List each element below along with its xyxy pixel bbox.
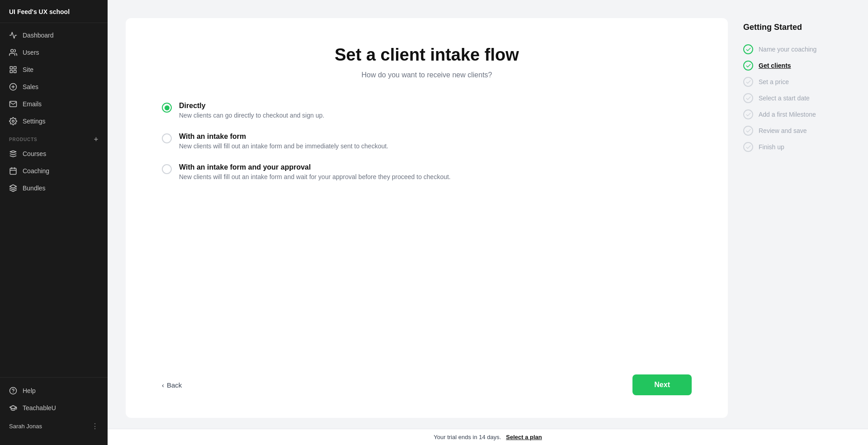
gs-label-first-milestone: Add a first Milestone <box>759 111 816 118</box>
option-directly-label: Directly <box>179 102 324 110</box>
sidebar-item-settings-label: Settings <box>23 118 46 125</box>
trial-text: Your trial ends in 14 days. <box>434 434 501 440</box>
option-directly-desc: New clients can go directly to checkout … <box>179 112 324 119</box>
wizard-footer: ‹ Back Next <box>162 374 692 395</box>
option-directly[interactable]: Directly New clients can go directly to … <box>162 102 692 119</box>
brand-logo: UI Feed's UX school <box>0 0 108 23</box>
sidebar-item-site[interactable]: Site <box>0 61 108 78</box>
gear-icon <box>9 117 17 125</box>
sidebar-item-coaching[interactable]: Coaching <box>0 162 108 180</box>
sidebar-item-dashboard-label: Dashboard <box>23 32 54 39</box>
content-area: Set a client intake flow How do you want… <box>108 0 868 445</box>
gs-step-get-clients[interactable]: Get clients <box>741 57 850 74</box>
wizard-card: Set a client intake flow How do you want… <box>126 18 728 418</box>
radio-intake-form[interactable] <box>162 133 172 143</box>
getting-started-panel: Getting Started Name your coaching Get c… <box>741 18 850 418</box>
sidebar-item-courses-label: Courses <box>23 150 46 157</box>
gs-check-set-price <box>743 77 753 87</box>
sidebar-item-emails[interactable]: Emails <box>0 95 108 113</box>
gs-check-first-milestone <box>743 109 753 119</box>
gs-check-finish-up <box>743 142 753 152</box>
radio-intake-approval[interactable] <box>162 164 172 174</box>
sidebar-item-help[interactable]: Help <box>0 382 108 399</box>
gs-step-first-milestone[interactable]: Add a first Milestone <box>741 106 850 123</box>
main-content: Set a client intake flow How do you want… <box>108 0 868 445</box>
user-menu-icon[interactable]: ⋮ <box>91 422 99 431</box>
getting-started-title: Getting Started <box>741 23 850 32</box>
gs-label-set-price: Set a price <box>759 78 789 85</box>
gs-label-start-date: Select a start date <box>759 95 810 102</box>
user-name: Sarah Jonas <box>9 423 42 430</box>
svg-rect-4 <box>10 71 12 73</box>
sidebar-item-teachableu-label: TeachableU <box>23 404 56 412</box>
sidebar-item-emails-label: Emails <box>23 100 42 108</box>
option-intake-approval-desc: New clients will fill out an intake form… <box>179 173 451 180</box>
wizard-title: Set a client intake flow <box>162 45 692 65</box>
calendar-icon <box>9 167 17 175</box>
grid-icon <box>9 66 17 74</box>
products-section-label: PRODUCTS + <box>0 130 108 145</box>
option-intake-approval-text: With an intake form and your approval Ne… <box>179 163 451 180</box>
svg-rect-2 <box>14 66 16 69</box>
radio-directly[interactable] <box>162 103 172 113</box>
radio-directly-inner <box>165 105 170 110</box>
sidebar-item-teachableu[interactable]: TeachableU <box>0 399 108 417</box>
sidebar-item-sales[interactable]: Sales <box>0 78 108 95</box>
option-intake-form[interactable]: With an intake form New clients will fil… <box>162 133 692 150</box>
select-plan-link[interactable]: Select a plan <box>506 434 542 440</box>
back-chevron-icon: ‹ <box>162 381 164 389</box>
sidebar: UI Feed's UX school Dashboard Users <box>0 0 108 445</box>
option-intake-approval[interactable]: With an intake form and your approval Ne… <box>162 163 692 180</box>
back-button[interactable]: ‹ Back <box>162 381 182 389</box>
chart-line-icon <box>9 31 17 39</box>
sidebar-nav: Dashboard Users Site <box>0 23 108 377</box>
option-intake-form-label: With an intake form <box>179 133 388 141</box>
svg-rect-3 <box>14 71 16 73</box>
sidebar-item-bundles[interactable]: Bundles <box>0 180 108 197</box>
sidebar-item-courses[interactable]: Courses <box>0 145 108 162</box>
sidebar-item-bundles-label: Bundles <box>23 185 46 192</box>
gs-step-finish-up[interactable]: Finish up <box>741 139 850 155</box>
gs-check-get-clients <box>743 61 753 71</box>
sidebar-user: Sarah Jonas ⋮ <box>0 417 108 436</box>
svg-rect-1 <box>10 66 12 69</box>
sidebar-item-coaching-label: Coaching <box>23 167 49 175</box>
stack-icon <box>9 150 17 158</box>
sidebar-item-users-label: Users <box>23 49 39 56</box>
sidebar-item-settings[interactable]: Settings <box>0 113 108 130</box>
next-button[interactable]: Next <box>632 374 692 395</box>
sidebar-item-users[interactable]: Users <box>0 44 108 61</box>
trial-bar: Your trial ends in 14 days. Select a pla… <box>108 429 868 445</box>
options-list: Directly New clients can go directly to … <box>162 102 692 352</box>
sidebar-bottom: Help TeachableU Sarah Jonas ⋮ <box>0 377 108 445</box>
gs-step-review-save[interactable]: Review and save <box>741 123 850 139</box>
option-intake-approval-label: With an intake form and your approval <box>179 163 451 171</box>
gs-label-review-save: Review and save <box>759 127 807 134</box>
sidebar-item-site-label: Site <box>23 66 33 73</box>
gs-check-start-date <box>743 93 753 103</box>
svg-rect-7 <box>10 168 16 175</box>
mail-icon <box>9 100 17 108</box>
sidebar-item-sales-label: Sales <box>23 83 38 90</box>
gs-label-name-coaching: Name your coaching <box>759 46 816 53</box>
back-label: Back <box>167 381 182 389</box>
gs-step-name-coaching[interactable]: Name your coaching <box>741 41 850 57</box>
add-product-icon[interactable]: + <box>94 135 99 143</box>
gs-check-name-coaching <box>743 44 753 54</box>
gs-label-get-clients: Get clients <box>759 62 791 69</box>
gs-step-start-date[interactable]: Select a start date <box>741 90 850 106</box>
svg-marker-11 <box>10 185 17 189</box>
option-intake-form-text: With an intake form New clients will fil… <box>179 133 388 150</box>
help-icon <box>9 387 17 395</box>
option-intake-form-desc: New clients will fill out an intake form… <box>179 142 388 150</box>
sidebar-item-help-label: Help <box>23 387 36 394</box>
users-icon <box>9 48 17 57</box>
svg-point-6 <box>12 120 14 123</box>
svg-point-0 <box>11 49 14 52</box>
gs-label-finish-up: Finish up <box>759 143 784 151</box>
layers-icon <box>9 184 17 192</box>
sidebar-item-dashboard[interactable]: Dashboard <box>0 27 108 44</box>
gs-check-review-save <box>743 126 753 136</box>
gs-step-set-price[interactable]: Set a price <box>741 74 850 90</box>
graduation-icon <box>9 404 17 412</box>
